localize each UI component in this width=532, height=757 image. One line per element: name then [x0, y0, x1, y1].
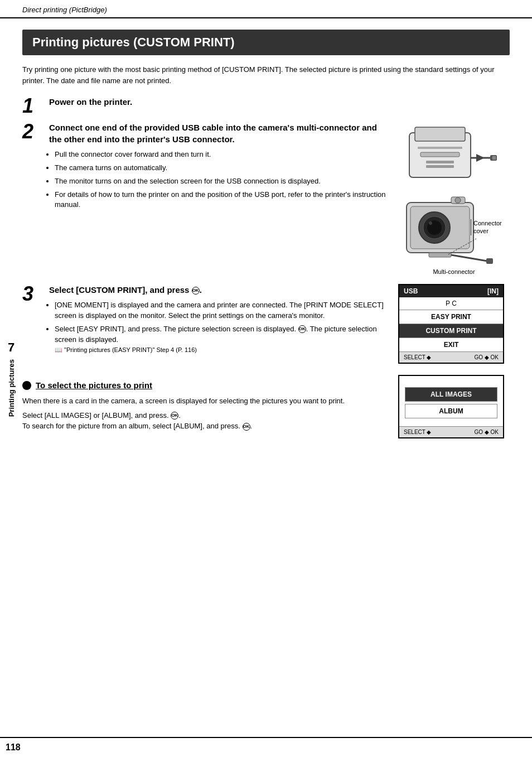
- svg-line-19: [451, 255, 487, 261]
- all-images-item-album: ALBUM: [405, 404, 497, 418]
- section-heading-text: To select the pictures to print: [36, 380, 152, 390]
- bullet-1: Pull the connector cover forward and the…: [55, 150, 387, 160]
- svg-marker-8: [476, 154, 485, 162]
- step-2-number: 2: [22, 122, 45, 142]
- svg-rect-1: [415, 127, 465, 141]
- all-images-menu: ALL IMAGES ALBUM SELECT ◆ GO ◆ OK: [398, 375, 504, 438]
- ok-circle-4: OK: [243, 423, 250, 431]
- breadcrumb: Direct printing (PictBridge): [0, 0, 532, 18]
- step-2-illustration: Connectorcover Multi-connector: [398, 122, 510, 275]
- step-3-ref: 📖 "Printing pictures (EASY PRINT)" Step …: [55, 346, 197, 353]
- select-pictures-text1: When there is a card in the camera, a sc…: [22, 396, 387, 407]
- all-images-menu-inner: ALL IMAGES ALBUM: [399, 376, 503, 426]
- svg-point-17: [455, 197, 461, 203]
- all-images-footer-left: SELECT ◆: [404, 429, 432, 435]
- ok-button-icon: OK: [192, 287, 200, 295]
- select-pictures-text2: Select [ALL IMAGES] or [ALBUM], and pres…: [22, 410, 387, 421]
- step-2-bullets: Pull the connector cover forward and the…: [55, 150, 387, 210]
- usb-menu-footer-right: GO ◆ OK: [474, 354, 499, 360]
- bullet-4: For details of how to turn the printer o…: [55, 190, 387, 211]
- step-2-left: Connect one end of the provided USB cabl…: [49, 122, 387, 213]
- usb-menu: USB [IN] P C EASY PRINT CUSTOM PRINT EXI…: [398, 284, 504, 364]
- usb-menu-header: USB [IN]: [399, 285, 503, 297]
- usb-menu-item-custom-print: CUSTOM PRINT: [399, 324, 503, 338]
- camera-illustration-container: Connectorcover Multi-connector: [404, 189, 504, 275]
- svg-point-15: [429, 221, 432, 225]
- step-3-title-text: Select [CUSTOM PRINT], and press: [49, 285, 189, 295]
- ok-circle-3: OK: [171, 412, 178, 420]
- svg-rect-9: [492, 156, 496, 160]
- step-2-row: 2 Connect one end of the provided USB ca…: [22, 122, 510, 275]
- connector-cover-label: Connectorcover: [471, 219, 504, 235]
- usb-menu-pc: P C: [399, 297, 503, 310]
- step-1-title: Power on the printer.: [49, 96, 510, 108]
- intro-text: Try printing one picture with the most b…: [22, 64, 510, 86]
- images-right: ALL IMAGES ALBUM SELECT ◆ GO ◆ OK: [398, 375, 510, 438]
- step-1: 1 Power on the printer.: [22, 96, 510, 116]
- ok-button-icon-2: OK: [298, 325, 306, 333]
- usb-menu-footer: SELECT ◆ GO ◆ OK: [399, 352, 503, 363]
- step-3-row: 3 Select [CUSTOM PRINT], and press OK. […: [22, 284, 510, 364]
- usb-menu-item-easy-print: EASY PRINT: [399, 310, 503, 324]
- select-pictures-text3: To search for the picture from an album,…: [22, 421, 387, 432]
- svg-rect-3: [426, 161, 454, 163]
- images-left: To select the pictures to print When the…: [22, 375, 387, 432]
- all-images-footer-right: GO ◆ OK: [474, 429, 499, 435]
- step-3-right: USB [IN] P C EASY PRINT CUSTOM PRINT EXI…: [398, 284, 510, 364]
- usb-menu-header-right: [IN]: [487, 287, 499, 295]
- page-title: Printing pictures (CUSTOM PRINT): [32, 35, 500, 50]
- title-box: Printing pictures (CUSTOM PRINT): [22, 30, 510, 55]
- step-3-bullets: [ONE MOMENT] is displayed and the camera…: [55, 300, 387, 355]
- bottom-bar: 118: [0, 737, 532, 757]
- svg-rect-4: [426, 165, 454, 168]
- main-content: Printing pictures (CUSTOM PRINT) Try pri…: [0, 18, 532, 737]
- svg-rect-18: [429, 253, 451, 257]
- step-1-number: 1: [22, 96, 45, 116]
- section-heading: To select the pictures to print: [22, 380, 387, 390]
- step-3-title: Select [CUSTOM PRINT], and press OK.: [49, 284, 387, 296]
- bullet-2: The camera turns on automatically.: [55, 163, 387, 173]
- step-1-content: Power on the printer.: [49, 96, 510, 108]
- select-pictures-section: To select the pictures to print When the…: [22, 375, 510, 438]
- usb-menu-item-exit: EXIT: [399, 338, 503, 352]
- svg-rect-2: [420, 152, 460, 157]
- all-images-footer: SELECT ◆ GO ◆ OK: [399, 426, 503, 437]
- printer-top-svg: [404, 122, 504, 189]
- bullet-3: The monitor turns on and the selection s…: [55, 176, 387, 187]
- svg-rect-20: [486, 258, 493, 264]
- usb-menu-header-left: USB: [404, 287, 418, 295]
- svg-rect-5: [418, 147, 462, 149]
- step-3-note-2-text: Select [EASY PRINT], and press. The pict…: [55, 325, 296, 333]
- step-3-note-1: [ONE MOMENT] is displayed and the camera…: [55, 300, 387, 321]
- page: Direct printing (PictBridge) 7 Printing …: [0, 0, 532, 757]
- step-3-note-2: Select [EASY PRINT], and press. The pict…: [55, 324, 387, 356]
- step-3-left: Select [CUSTOM PRINT], and press OK. [ON…: [49, 284, 387, 358]
- usb-menu-footer-left: SELECT ◆: [404, 354, 432, 360]
- all-images-item-all: ALL IMAGES: [405, 387, 497, 402]
- step-3-number: 3: [22, 284, 45, 304]
- step-2-title: Connect one end of the provided USB cabl…: [49, 122, 387, 145]
- section-bullet-icon: [22, 381, 31, 390]
